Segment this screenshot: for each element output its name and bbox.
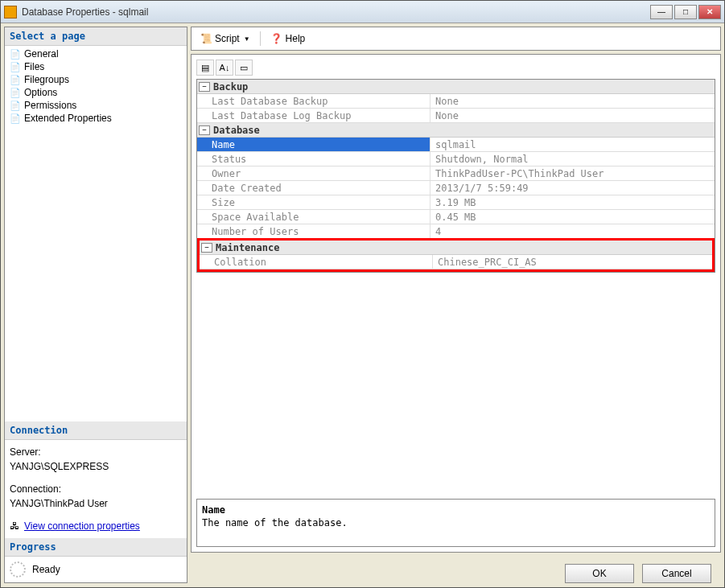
progress-body: Ready — [5, 557, 187, 582]
separator — [260, 31, 261, 46]
page-options[interactable]: 📄 Options — [6, 86, 185, 99]
main-content: ▤ A↓ ▭ − Backup Last Database Backup Non… — [191, 54, 721, 553]
ok-button[interactable]: OK — [565, 564, 634, 583]
script-icon: 📜 — [200, 32, 212, 45]
section-backup-header[interactable]: − Backup — [197, 80, 715, 94]
prop-value: sqlmail — [430, 138, 715, 151]
prop-value: None — [430, 94, 715, 108]
section-database-header[interactable]: − Database — [197, 123, 715, 138]
properties-icon: 🖧 — [10, 519, 19, 533]
page-extended-properties[interactable]: 📄 Extended Properties — [6, 112, 185, 125]
page-label: Files — [24, 61, 44, 72]
prop-space-available[interactable]: Space Available 0.45 MB — [197, 210, 715, 224]
propertygrid-toolbar: ▤ A↓ ▭ — [196, 60, 715, 76]
categorized-button[interactable]: ▤ — [196, 60, 214, 76]
prop-collation[interactable]: Collation Chinese_PRC_CI_AS — [200, 255, 712, 269]
page-label: Filegroups — [24, 74, 69, 85]
prop-value: Shutdown, Normal — [430, 152, 715, 166]
help-button[interactable]: ❓ Help — [267, 31, 309, 47]
prop-value: 2013/1/7 5:59:49 — [430, 181, 715, 195]
prop-value: 3.19 MB — [430, 195, 715, 209]
section-title: Backup — [213, 81, 248, 93]
page-icon: 📄 — [8, 113, 23, 124]
prop-name[interactable]: Name sqlmail — [197, 138, 715, 152]
section-title: Maintenance — [216, 242, 279, 253]
connection-header: Connection — [5, 421, 187, 440]
prop-label: Name — [197, 138, 430, 151]
property-grid[interactable]: − Backup Last Database Backup None Last … — [196, 79, 715, 273]
view-connection-properties[interactable]: 🖧 View connection properties — [10, 519, 182, 533]
section-maintenance-header[interactable]: − Maintenance — [200, 241, 712, 255]
prop-label: Status — [197, 152, 430, 166]
script-button[interactable]: 📜 Script ▼ — [196, 31, 253, 47]
page-icon: 📄 — [8, 87, 23, 98]
prop-label: Last Database Backup — [197, 94, 430, 108]
page-label: Permissions — [24, 100, 76, 111]
connection-section: Connection Server: YANJG\SQLEXPRESS Conn… — [5, 421, 187, 582]
prop-value: 0.45 MB — [430, 210, 715, 224]
page-general[interactable]: 📄 General — [6, 47, 185, 60]
help-label: Help — [286, 33, 306, 44]
prop-value: 4 — [430, 224, 715, 238]
prop-label: Owner — [197, 167, 430, 180]
close-button[interactable]: ✕ — [698, 5, 721, 19]
progress-header: Progress — [5, 538, 187, 557]
prop-number-of-users[interactable]: Number of Users 4 — [197, 224, 715, 239]
prop-label: Number of Users — [197, 224, 430, 238]
collapse-icon[interactable]: − — [201, 243, 212, 253]
page-filegroups[interactable]: 📄 Filegroups — [6, 73, 185, 86]
collapse-icon[interactable]: − — [199, 125, 210, 135]
view-connection-properties-link[interactable]: View connection properties — [24, 519, 140, 533]
chevron-down-icon: ▼ — [244, 35, 250, 43]
toolbar: 📜 Script ▼ ❓ Help — [191, 27, 721, 51]
database-icon — [4, 6, 17, 19]
prop-status[interactable]: Status Shutdown, Normal — [197, 152, 715, 167]
server-label: Server: — [10, 445, 182, 459]
page-label: Options — [24, 87, 57, 98]
page-icon: 📄 — [8, 100, 23, 111]
dialog-buttons: OK Cancel — [191, 556, 721, 583]
prop-value: ThinkPadUser-PC\ThinkPad User — [430, 167, 715, 180]
cancel-button[interactable]: Cancel — [642, 564, 711, 583]
connection-value: YANJG\ThinkPad User — [10, 496, 182, 511]
prop-value: None — [430, 109, 715, 122]
server-info: Server: YANJG\SQLEXPRESS — [10, 445, 182, 474]
help-description: The name of the database. — [202, 517, 710, 528]
help-description-box: Name The name of the database. — [196, 499, 715, 547]
prop-value: Chinese_PRC_CI_AS — [433, 255, 712, 269]
prop-date-created[interactable]: Date Created 2013/1/7 5:59:49 — [197, 181, 715, 195]
page-label: Extended Properties — [24, 113, 112, 124]
prop-owner[interactable]: Owner ThinkPadUser-PC\ThinkPad User — [197, 167, 715, 181]
prop-size[interactable]: Size 3.19 MB — [197, 195, 715, 210]
propertypage-button[interactable]: ▭ — [235, 60, 253, 76]
window-title: Database Properties - sqlmail — [22, 6, 650, 18]
minimize-button[interactable]: — — [650, 5, 673, 19]
help-title: Name — [202, 504, 710, 516]
progress-spinner-icon — [10, 561, 26, 578]
prop-label: Last Database Log Backup — [197, 109, 430, 122]
page-list: 📄 General 📄 Files 📄 Filegroups 📄 Options… — [5, 46, 187, 126]
collapse-icon[interactable]: − — [199, 82, 210, 92]
highlight-box: − Maintenance Collation Chinese_PRC_CI_A… — [197, 238, 715, 272]
right-panel: 📜 Script ▼ ❓ Help ▤ A↓ ▭ — [191, 27, 721, 583]
prop-last-database-log-backup[interactable]: Last Database Log Backup None — [197, 109, 715, 123]
page-label: General — [24, 48, 59, 60]
maximize-button[interactable]: □ — [674, 5, 697, 19]
prop-label: Date Created — [197, 181, 430, 195]
alphabetical-button[interactable]: A↓ — [216, 60, 233, 76]
page-permissions[interactable]: 📄 Permissions — [6, 99, 185, 112]
server-value: YANJG\SQLEXPRESS — [10, 459, 182, 474]
left-panel: Select a page 📄 General 📄 Files 📄 Filegr… — [4, 27, 187, 583]
prop-label: Space Available — [197, 210, 430, 224]
select-a-page-header: Select a page — [5, 27, 187, 46]
section-title: Database — [213, 125, 260, 136]
titlebar[interactable]: Database Properties - sqlmail — □ ✕ — [1, 1, 724, 23]
help-icon: ❓ — [270, 32, 283, 45]
prop-label: Collation — [200, 255, 433, 269]
page-icon: 📄 — [8, 74, 23, 85]
page-icon: 📄 — [8, 48, 23, 60]
page-files[interactable]: 📄 Files — [6, 60, 185, 73]
page-icon: 📄 — [8, 61, 23, 72]
window-controls: — □ ✕ — [650, 5, 721, 19]
prop-last-database-backup[interactable]: Last Database Backup None — [197, 94, 715, 109]
